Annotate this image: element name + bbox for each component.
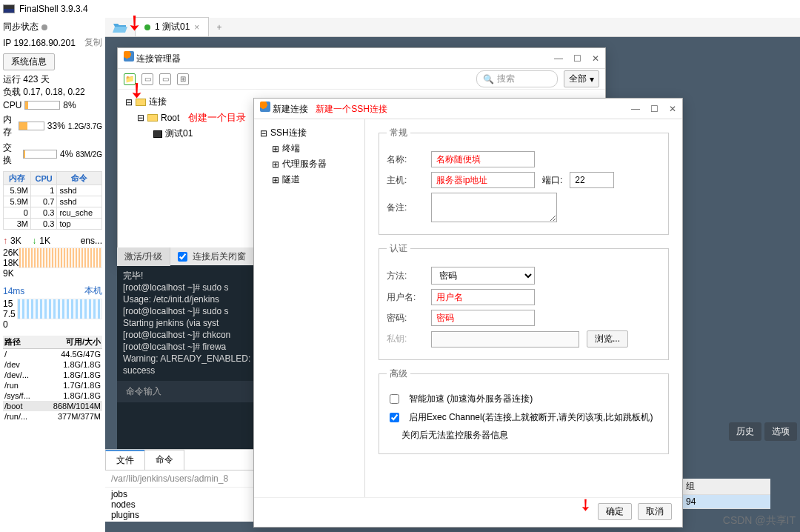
group-value[interactable]: 94 (681, 495, 770, 509)
maximize-icon[interactable]: ☐ (650, 104, 659, 114)
table-row: /dev/...1.8G/1.8G (3, 370, 102, 380)
table-row: 5.9M1sshd (4, 185, 102, 196)
browse-button[interactable]: 浏览... (587, 330, 628, 348)
collapse-icon[interactable]: ⊞ (272, 175, 279, 185)
ok-button[interactable]: 确定 (598, 503, 632, 520)
col-mem[interactable]: 内存 (4, 172, 31, 185)
watermark: CSDN @共享IT (723, 514, 796, 528)
col-path[interactable]: 路径 (3, 336, 39, 349)
table-row: /sys/f...1.8G/1.8G (3, 390, 102, 401)
conn-type-tree[interactable]: ⊟SSH连接 ⊞终端 ⊞代理服务器 ⊞隧道 (254, 119, 365, 497)
cpu-pct: 8% (63, 100, 76, 110)
label-name: 名称: (387, 153, 424, 166)
search-input[interactable]: 🔍搜索 (476, 70, 558, 87)
add-tab-button[interactable]: + (209, 19, 229, 36)
method-select[interactable]: 密码 (431, 267, 535, 285)
close-icon[interactable]: ✕ (669, 104, 676, 114)
remark-input[interactable] (431, 193, 557, 222)
tree-item[interactable]: 测试01 (165, 127, 193, 140)
collapse-icon[interactable]: ⊞ (272, 144, 279, 154)
username-input[interactable] (431, 289, 535, 305)
tree-terminal[interactable]: 终端 (282, 142, 300, 155)
window-title: 连接管理器 (136, 53, 181, 64)
name-input[interactable] (431, 151, 535, 167)
tree-tunnel[interactable]: 隧道 (282, 173, 300, 186)
expand-icon[interactable]: ⊟ (137, 113, 144, 123)
close-icon[interactable]: × (194, 22, 199, 33)
table-row: /dev1.8G/1.8G (3, 359, 102, 370)
terminal-icon (153, 130, 162, 138)
cancel-button[interactable]: 取消 (638, 503, 672, 520)
load-text: 负载 0.17, 0.18, 0.22 (3, 86, 102, 99)
tree-proxy[interactable]: 代理服务器 (282, 158, 327, 170)
maximize-icon[interactable]: ☐ (573, 53, 581, 64)
legend-advanced: 高级 (387, 368, 410, 380)
minimize-icon[interactable]: — (631, 104, 640, 114)
table-row: /run1.7G/1.8G (3, 380, 102, 390)
process-table: 内存CPU命令 5.9M1sshd 5.9M0.7sshd 00.3rcu_sc… (3, 171, 102, 230)
collapse-icon[interactable]: ⊞ (272, 159, 279, 170)
tab-commands[interactable]: 命令 (144, 450, 184, 470)
latency: 14ms (3, 286, 24, 296)
swap-pct: 4% (60, 149, 73, 159)
new-connection-dialog: 新建连接 新建一个SSH连接 — ☐ ✕ ⊟SSH连接 ⊞终端 ⊞代理服务器 ⊞… (253, 98, 683, 528)
net-down: 1K (39, 236, 50, 246)
adv3-label: 关闭后无法监控服务器信息 (401, 429, 508, 442)
label-user: 用户名: (387, 291, 424, 304)
tab-files[interactable]: 文件 (105, 450, 145, 470)
col-cpu[interactable]: CPU (30, 172, 56, 185)
sync-status-dot (41, 24, 47, 30)
group-header: 组 (681, 479, 770, 495)
close-icon[interactable]: ✕ (592, 53, 599, 64)
tab-bar: 1 测试01 × + (105, 18, 800, 37)
arrow-down-icon: ↓ (32, 236, 36, 246)
adv1-label: 智能加速 (加速海外服务器连接) (409, 393, 533, 405)
table-row: 5.9M0.7sshd (4, 196, 102, 207)
smart-accel-checkbox[interactable] (390, 394, 399, 404)
table-row: 00.3rcu_sche (4, 207, 102, 219)
tree-ssh[interactable]: SSH连接 (270, 127, 307, 139)
lat-host[interactable]: 本机 (84, 285, 102, 297)
toolbar-icon[interactable]: ▭ (159, 73, 171, 85)
minimize-icon[interactable]: — (554, 53, 563, 64)
anno-create-dir: 创建一个目录 (188, 111, 246, 124)
net-if[interactable]: ens... (81, 236, 102, 246)
tab-activate[interactable]: 激活/升级 (117, 247, 170, 266)
legend-auth: 认证 (387, 242, 410, 255)
status-panel: 同步状态 IP 192.168.90.201 复制 系统信息 运行 423 天 … (0, 18, 105, 532)
exec-channel-checkbox[interactable] (390, 413, 399, 422)
arrow-up-icon: ↑ (3, 236, 7, 246)
sync-label: 同步状态 (3, 21, 39, 33)
swap-val: 83M/2G (76, 150, 102, 159)
sysinfo-button[interactable]: 系统信息 (3, 53, 55, 70)
col-size[interactable]: 可用/大小 (39, 336, 102, 349)
uptime-text: 运行 423 天 (3, 73, 102, 86)
app-title: FinalShell 3.9.3.4 (19, 4, 88, 14)
copy-link[interactable]: 复制 (84, 36, 102, 49)
toolbar-icon[interactable]: ⊞ (177, 73, 189, 85)
label-remark: 备注: (387, 202, 424, 214)
tree-folder-name[interactable]: Root (161, 113, 179, 123)
label-host: 主机: (387, 174, 424, 187)
col-cmd[interactable]: 命令 (57, 172, 102, 185)
table-row: 3M0.3top (4, 219, 102, 230)
app-icon (3, 4, 15, 13)
swap-label: 交换 (3, 142, 20, 167)
table-row: /run/...377M/377M (3, 411, 102, 422)
history-button[interactable]: 历史 (729, 422, 761, 441)
password-input[interactable] (431, 310, 535, 326)
adv2-label: 启用Exec Channel(若连接上就被断开,请关闭该项,比如跳板机) (409, 411, 653, 424)
expand-icon[interactable]: ⊟ (260, 128, 267, 139)
ip-label: IP 192.168.90.201 (3, 38, 76, 48)
java-icon (260, 102, 270, 112)
host-input[interactable] (431, 172, 535, 188)
net-up: 3K (10, 236, 21, 246)
tree-root[interactable]: 连接 (149, 96, 167, 108)
port-input[interactable] (570, 172, 614, 188)
filter-dropdown[interactable]: 全部▾ (564, 70, 599, 87)
tab-label: 1 测试01 (155, 21, 190, 33)
options-button[interactable]: 选项 (764, 422, 797, 441)
close-after-connect-checkbox[interactable] (178, 252, 187, 262)
checkbox-label: 连接后关闭窗 (193, 250, 246, 263)
lat-chart (17, 299, 102, 319)
